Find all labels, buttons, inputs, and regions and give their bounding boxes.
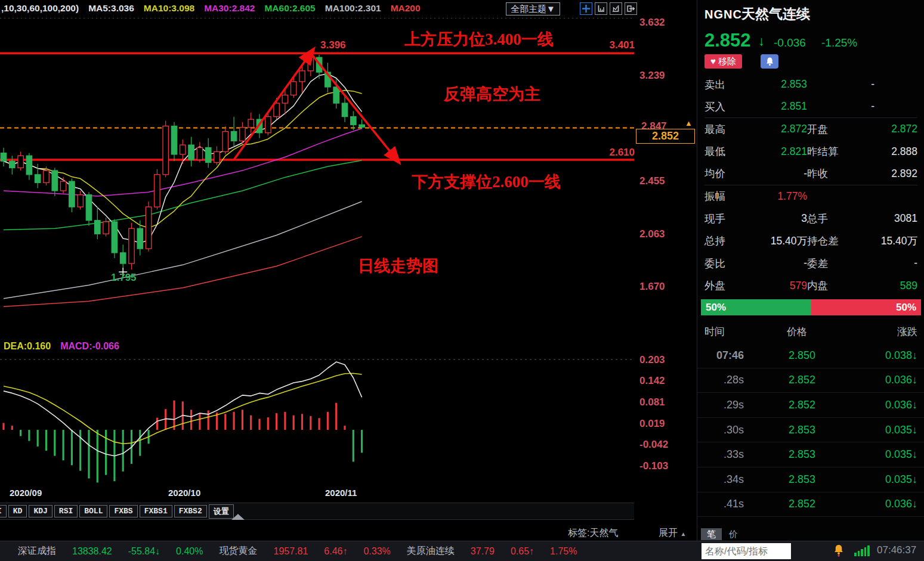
quote-label: 卖出 bbox=[704, 78, 744, 92]
indicator-tab-fxbs1[interactable]: FXBS1 bbox=[140, 505, 172, 517]
ts-time: .28s bbox=[704, 374, 744, 386]
quote-label: 总手 bbox=[807, 212, 866, 226]
ts-change: 0.035↓ bbox=[815, 424, 917, 436]
remove-watchlist-button[interactable]: ♥ 移除 bbox=[704, 54, 742, 69]
ts-price: 2.850 bbox=[744, 349, 815, 362]
ma-header-item: MA100:2.301 bbox=[325, 3, 381, 14]
quote-row: 外盘579内盘589 bbox=[704, 275, 917, 297]
ticker-item[interactable]: 6.46↑ bbox=[324, 546, 347, 557]
axis-right-icon[interactable] bbox=[610, 2, 622, 15]
notification-bell-icon[interactable] bbox=[833, 544, 845, 559]
dea-value: DEA:0.160 bbox=[4, 341, 51, 352]
time-sales-list: 07:462.8500.038↓.28s2.8520.036↓.29s2.852… bbox=[697, 343, 924, 517]
indicator-tab-设置[interactable]: 设置 bbox=[209, 504, 234, 519]
axis-left-icon[interactable] bbox=[595, 2, 607, 15]
annotation-strategy: 反弹高空为主 bbox=[444, 83, 540, 105]
search-input[interactable] bbox=[702, 543, 791, 559]
quote-label: 内盘 bbox=[807, 278, 866, 293]
ts-price: 2.853 bbox=[744, 424, 815, 436]
quote-label: 振幅 bbox=[704, 189, 744, 203]
instrument-tag: 标签:天然气 bbox=[568, 527, 618, 540]
pan-right-icon[interactable] bbox=[625, 2, 637, 15]
quote-value: 1.77% bbox=[744, 190, 807, 203]
price-down-arrow-icon: ↓ bbox=[758, 33, 765, 49]
indicator-tab-bar: IKDKDJRSIBOLLFXBSFXBS1FXBS2设置 bbox=[0, 503, 634, 520]
indicator-tab-i[interactable]: I bbox=[0, 505, 7, 517]
panel-resize-arrow-icon[interactable] bbox=[231, 514, 245, 520]
indicator-tab-kd[interactable]: KD bbox=[8, 505, 27, 517]
quote-row: 现手3总手3081 bbox=[704, 207, 917, 230]
ticker-item[interactable]: 0.40% bbox=[176, 546, 203, 557]
ts-change: 0.036↓ bbox=[815, 498, 917, 510]
ticker-item[interactable]: 1957.81 bbox=[273, 546, 308, 557]
annotation-support: 下方支撑位2.600一线 bbox=[412, 171, 561, 193]
quote-value: - bbox=[866, 78, 917, 91]
x-axis-label: 2020/10 bbox=[168, 488, 200, 498]
ticker-item[interactable]: 1.75% bbox=[550, 546, 577, 557]
ticker-item[interactable]: 美原油连续 bbox=[407, 545, 455, 557]
peak-price-label: 3.396 bbox=[320, 39, 346, 51]
ticker-item[interactable]: 37.79 bbox=[471, 546, 495, 557]
time-sales-row[interactable]: .28s2.8520.036↓ bbox=[697, 368, 924, 393]
ticker-item[interactable]: 现货黄金 bbox=[219, 545, 257, 557]
ts-time: .29s bbox=[704, 399, 744, 411]
quote-label: 昨结算 bbox=[807, 144, 866, 159]
ts-col-price: 价格 bbox=[752, 325, 842, 339]
quote-sidebar: NGNC 天然气连续 2.852 ↓ -0.036 -1.25% ♥ 移除 卖出… bbox=[697, 0, 924, 541]
chart-toolbar bbox=[580, 2, 637, 15]
quote-value: 3 bbox=[744, 212, 807, 225]
indicator-tab-fxbs[interactable]: FXBS bbox=[109, 505, 137, 517]
time-sales-row[interactable]: .41s2.8520.036↓ bbox=[697, 492, 924, 517]
ticker-item[interactable]: 0.33% bbox=[363, 546, 390, 557]
market-ticker: 深证成指13838.42-55.84↓0.40%现货黄金1957.816.46↑… bbox=[0, 541, 692, 561]
quote-value: 15.40万 bbox=[744, 234, 807, 248]
time-sales-row[interactable]: .34s2.8530.035↓ bbox=[697, 467, 924, 492]
expand-label: 展开 bbox=[659, 528, 678, 538]
quote-label: 委比 bbox=[704, 256, 744, 271]
time-sales-row[interactable]: .30s2.8530.035↓ bbox=[697, 418, 924, 443]
ts-col-time: 时间 bbox=[704, 325, 752, 339]
indicator-tab-fxbs2[interactable]: FXBS2 bbox=[174, 505, 207, 517]
ts-price: 2.852 bbox=[744, 399, 815, 411]
symbol-name: 天然气连续 bbox=[741, 5, 810, 23]
annotation-chart-type: 日线走势图 bbox=[358, 255, 438, 277]
time-sales-row[interactable]: .29s2.8520.036↓ bbox=[697, 393, 924, 418]
ts-time: .30s bbox=[704, 424, 744, 436]
time-sales-row[interactable]: .33s2.8530.035↓ bbox=[697, 442, 924, 467]
ts-time: .33s bbox=[704, 448, 744, 461]
crosshair-icon[interactable] bbox=[580, 2, 592, 15]
remove-label: 移除 bbox=[718, 56, 736, 66]
indicator-tab-boll[interactable]: BOLL bbox=[79, 505, 107, 517]
ts-time: .41s bbox=[704, 498, 744, 510]
ticker-item[interactable]: 13838.42 bbox=[72, 546, 112, 557]
ticker-item[interactable]: -55.84↓ bbox=[128, 546, 160, 557]
quote-value: 15.40万 bbox=[866, 234, 917, 248]
tab-by-trade[interactable]: 笔 bbox=[701, 528, 722, 540]
time-sales-row[interactable]: 07:462.8500.038↓ bbox=[697, 343, 924, 368]
price-chart-canvas[interactable] bbox=[0, 0, 697, 541]
ma-header-item: MA30:2.842 bbox=[204, 3, 255, 14]
quote-label: 现手 bbox=[704, 212, 744, 226]
quote-value: - bbox=[866, 100, 917, 113]
ticker-item[interactable]: 0.65↑ bbox=[511, 546, 534, 557]
quote-row: 买入2.851- bbox=[704, 96, 917, 119]
alert-bell-button[interactable] bbox=[761, 54, 778, 69]
ticker-item[interactable]: 深证成指 bbox=[18, 545, 56, 557]
annotation-resistance: 上方压力位3.400一线 bbox=[404, 29, 554, 50]
quote-label: 均价 bbox=[704, 166, 744, 181]
quote-label: 最低 bbox=[704, 144, 744, 159]
quote-label: 昨收 bbox=[807, 166, 866, 181]
ts-time: 07:46 bbox=[704, 349, 744, 362]
low-price-label: 1.795 bbox=[111, 272, 137, 284]
tab-by-price[interactable]: 价 bbox=[723, 528, 744, 540]
quote-value: 2.872 bbox=[744, 123, 807, 135]
clock: 07:46:37 bbox=[877, 544, 916, 556]
quote-value: - bbox=[744, 168, 807, 180]
theme-select-button[interactable]: 全部主题▼ bbox=[506, 2, 560, 16]
expand-button[interactable]: 展开 ▲ bbox=[659, 527, 686, 540]
indicator-tab-kdj[interactable]: KDJ bbox=[29, 505, 52, 517]
indicator-tab-rsi[interactable]: RSI bbox=[54, 505, 78, 517]
bell-icon bbox=[766, 57, 774, 66]
quote-row: 卖出2.853- bbox=[704, 73, 917, 96]
ts-change: 0.036↓ bbox=[815, 374, 917, 386]
